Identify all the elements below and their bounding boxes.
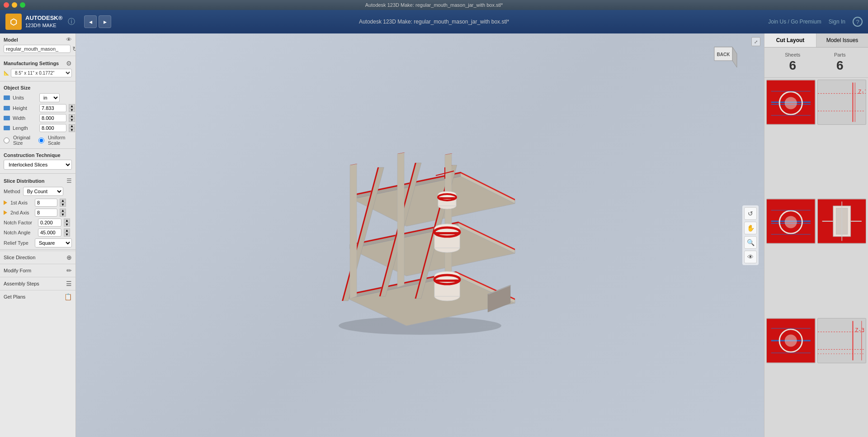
notch-angle-spinner: ▲ ▼ bbox=[64, 228, 70, 237]
logo-area: ⬡ AUTODESK® 123D® MAKE ⓘ bbox=[5, 14, 75, 30]
units-icon bbox=[4, 95, 10, 100]
rotate-tool[interactable]: ↺ bbox=[744, 207, 757, 220]
thumbnail-6[interactable]: Z-3 bbox=[817, 318, 867, 363]
slice-direction-row[interactable]: Slice Direction ⊕ bbox=[0, 251, 75, 264]
axis2-up[interactable]: ▲ bbox=[60, 209, 66, 213]
axis1-input[interactable] bbox=[35, 199, 57, 207]
thumbnail-2[interactable]: Z-1 bbox=[817, 80, 867, 125]
technique-select[interactable]: Interlocked Slices Stacked Slices Curve … bbox=[4, 160, 72, 170]
traffic-lights[interactable] bbox=[4, 2, 25, 8]
eye-icon[interactable]: 👁 bbox=[66, 36, 72, 43]
length-up[interactable]: ▲ bbox=[69, 124, 75, 128]
width-down[interactable]: ▼ bbox=[69, 118, 75, 122]
axis2-label: 2nd Axis bbox=[10, 210, 33, 215]
uniform-scale-radio[interactable] bbox=[38, 138, 44, 143]
mfg-header: Manufacturing Settings ⚙ bbox=[0, 56, 75, 69]
help-circle-icon[interactable]: ⓘ bbox=[68, 17, 75, 27]
height-row: Height ▲ ▼ bbox=[0, 103, 75, 113]
thumbnail-5[interactable] bbox=[766, 318, 816, 363]
height-down[interactable]: ▼ bbox=[69, 108, 75, 112]
original-size-radio[interactable] bbox=[4, 138, 9, 143]
material-select-row: 📐 8.5" x 11" x 0.1772" bbox=[0, 69, 75, 80]
ruler-icon: 📐 bbox=[4, 71, 9, 76]
axis1-down[interactable]: ▼ bbox=[60, 203, 66, 207]
notch-factor-input[interactable] bbox=[38, 218, 61, 227]
notch-angle-up[interactable]: ▲ bbox=[64, 228, 70, 233]
help-icon[interactable]: ? bbox=[853, 17, 863, 27]
uniform-scale-label: Uniform Scale bbox=[48, 135, 72, 146]
width-spinner: ▲ ▼ bbox=[69, 114, 75, 122]
axis1-up[interactable]: ▲ bbox=[60, 199, 66, 203]
original-size-label: Original Size bbox=[13, 135, 35, 146]
notch-angle-input[interactable] bbox=[38, 228, 61, 237]
svg-point-81 bbox=[785, 334, 797, 347]
forward-button[interactable]: ▸ bbox=[99, 15, 111, 28]
construction-technique-label: Construction Technique bbox=[4, 152, 72, 158]
width-up[interactable]: ▲ bbox=[69, 114, 75, 118]
notch-factor-up[interactable]: ▲ bbox=[64, 218, 70, 223]
modify-form-row[interactable]: Modify Form ✏ bbox=[0, 264, 75, 277]
notch-factor-row: Notch Factor ▲ ▼ bbox=[0, 218, 75, 228]
length-down[interactable]: ▼ bbox=[69, 128, 75, 132]
svg-rect-23 bbox=[342, 167, 379, 301]
tab-model-issues[interactable]: Model Issues bbox=[816, 33, 868, 47]
expand-button[interactable]: ⤢ bbox=[751, 37, 760, 46]
sheets-label: Sheets bbox=[769, 52, 816, 57]
height-input[interactable] bbox=[39, 104, 66, 112]
thumbnail-1[interactable] bbox=[766, 80, 816, 125]
list-icon[interactable]: ☰ bbox=[66, 177, 72, 184]
length-input[interactable] bbox=[39, 124, 66, 132]
back-button[interactable]: ◂ bbox=[84, 15, 97, 28]
toolbar: ⬡ AUTODESK® 123D® MAKE ⓘ ◂ ▸ Autodesk 12… bbox=[0, 10, 868, 33]
left-panel: Model 👁 ↻ Manufacturing Settings ⚙ 📐 8.5… bbox=[0, 33, 76, 437]
gear-icon[interactable]: ⚙ bbox=[66, 60, 72, 67]
assembly-steps-label: Assembly Steps bbox=[4, 281, 39, 286]
relief-type-select[interactable]: Square Rounded Taper bbox=[35, 238, 72, 247]
maximize-button[interactable] bbox=[20, 2, 25, 8]
width-input[interactable] bbox=[39, 114, 66, 122]
view-tool[interactable]: 👁 bbox=[744, 251, 757, 263]
zoom-tool[interactable]: 🔍 bbox=[744, 236, 757, 249]
assembly-steps-row[interactable]: Assembly Steps ☰ bbox=[0, 277, 75, 290]
axis2-down[interactable]: ▼ bbox=[60, 213, 66, 217]
svg-rect-60 bbox=[818, 81, 866, 124]
get-plans-label: Get Plans bbox=[4, 294, 25, 299]
nav-buttons: ◂ ▸ bbox=[84, 15, 111, 28]
nav-cube[interactable]: BACK bbox=[705, 43, 741, 74]
thumbnail-4[interactable] bbox=[817, 199, 867, 244]
3d-object bbox=[307, 136, 533, 335]
thumbnails-grid: Z-1 bbox=[764, 78, 868, 437]
close-button[interactable] bbox=[4, 2, 9, 8]
svg-rect-38 bbox=[434, 280, 460, 282]
notch-factor-down[interactable]: ▼ bbox=[64, 223, 70, 227]
svg-rect-48 bbox=[438, 197, 456, 199]
pan-tool[interactable]: ✋ bbox=[744, 222, 757, 234]
model-name-input[interactable] bbox=[4, 45, 71, 53]
viewport-controls: ↺ ✋ 🔍 👁 bbox=[742, 205, 759, 265]
width-icon bbox=[4, 116, 10, 120]
signin-link[interactable]: Sign In bbox=[829, 19, 845, 25]
get-plans-row[interactable]: Get Plans 📋 bbox=[0, 290, 75, 303]
modify-form-icon: ✏ bbox=[66, 267, 72, 274]
notch-angle-down[interactable]: ▼ bbox=[64, 233, 70, 237]
viewport[interactable]: ⤢ BACK ↺ ✋ 🔍 👁 bbox=[76, 33, 764, 437]
right-panel-tabs: Cut Layout Model Issues bbox=[764, 33, 868, 48]
refresh-icon[interactable]: ↻ bbox=[72, 45, 76, 52]
tab-cut-layout[interactable]: Cut Layout bbox=[764, 33, 816, 47]
material-select[interactable]: 8.5" x 11" x 0.1772" bbox=[11, 69, 72, 77]
method-select[interactable]: By Count By Distance bbox=[23, 187, 63, 196]
svg-marker-30 bbox=[397, 152, 404, 287]
right-panel: Cut Layout Model Issues Sheets 6 Parts 6 bbox=[764, 33, 868, 437]
minimize-button[interactable] bbox=[12, 2, 17, 8]
join-premium-link[interactable]: Join Us / Go Premium bbox=[768, 19, 821, 25]
height-up[interactable]: ▲ bbox=[69, 104, 75, 108]
height-spinner: ▲ ▼ bbox=[69, 104, 75, 112]
units-select[interactable]: in mm cm bbox=[39, 93, 60, 102]
object-size-label: Object Size bbox=[0, 82, 75, 92]
model-row: ↻ bbox=[4, 45, 72, 53]
thumbnail-3[interactable] bbox=[766, 199, 816, 244]
svg-text:⬡: ⬡ bbox=[10, 18, 17, 27]
relief-type-label: Relief Type bbox=[4, 240, 33, 246]
svg-text:Z-1: Z-1 bbox=[858, 89, 866, 95]
axis2-input[interactable] bbox=[35, 209, 57, 217]
